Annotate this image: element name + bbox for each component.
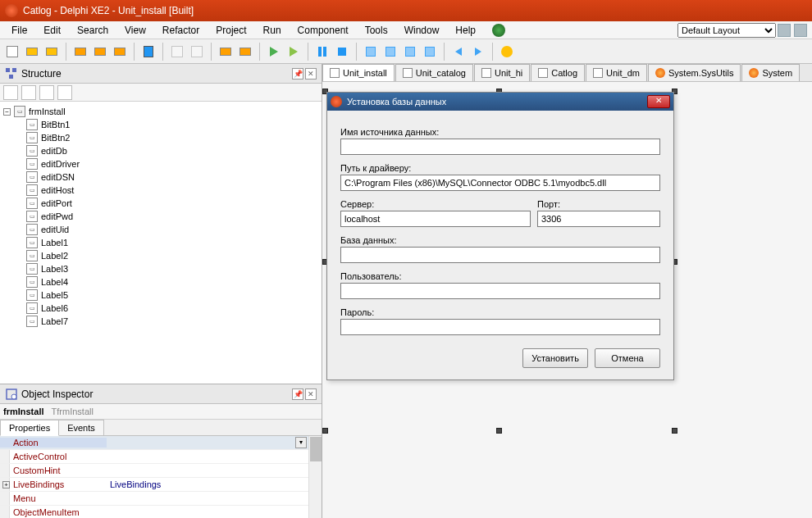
close-button[interactable]: ✕ [305,388,317,400]
pause-button[interactable] [313,43,331,61]
design-form[interactable]: Установка базы данных ✕ Имя источника да… [326,92,674,380]
tree-node[interactable]: ▭editDb [0,144,322,157]
structure-tree[interactable]: − ▭ frmInstall ▭BitBtn1▭BitBtn2▭editDb▭e… [0,102,322,384]
proj-btn2[interactable] [236,43,254,61]
cancel-button[interactable]: Отмена [595,348,660,368]
globe-icon[interactable] [492,24,505,37]
run-to-cursor-button[interactable] [421,43,439,61]
nav-fwd-button[interactable] [469,43,487,61]
tree-node[interactable]: ▭editUid [0,223,322,236]
proj-btn1[interactable] [217,43,235,61]
collapse-icon[interactable]: − [3,108,11,116]
stop-button[interactable] [333,43,351,61]
struct-btn2[interactable] [21,85,36,100]
editDSN[interactable] [340,139,660,155]
design-surface[interactable]: Установка базы данных ✕ Имя источника да… [322,82,812,518]
folder-btn[interactable] [71,43,89,61]
pin-button[interactable]: 📌 [292,68,303,80]
nav-back-button[interactable] [449,43,468,61]
menu-search[interactable]: Search [69,23,116,38]
layout-select[interactable]: Default Layout [677,23,776,38]
tree-node[interactable]: ▭Label6 [0,302,322,315]
layout-tool-1-icon[interactable] [778,24,791,37]
selection-handle[interactable] [496,428,502,434]
help-button[interactable] [498,43,516,61]
editDriver[interactable] [340,175,660,191]
save-button[interactable] [139,43,157,61]
menu-edit[interactable]: Edit [35,23,69,38]
tree-node[interactable]: ▭editHost [0,184,322,197]
menu-component[interactable]: Component [290,23,357,38]
property-row[interactable]: Menu [0,492,322,506]
menu-tools[interactable]: Tools [357,23,396,38]
property-row[interactable]: ActiveControl [0,450,322,464]
folder-btn3[interactable] [111,43,129,61]
tree-node[interactable]: ▭Label2 [0,249,322,262]
tab-properties[interactable]: Properties [0,420,59,436]
menu-project[interactable]: Project [208,23,254,38]
run-no-debug-button[interactable] [285,43,303,61]
combo-dropdown-icon[interactable]: ▾ [295,437,307,448]
tree-node[interactable]: ▭Label4 [0,275,322,289]
install-button[interactable]: Установить [522,348,588,368]
tree-node[interactable]: ▭Label3 [0,262,322,275]
tree-node[interactable]: ▭Label1 [0,236,322,249]
menu-file[interactable]: File [3,23,35,38]
oi-scrollbar[interactable] [308,436,322,518]
tree-node[interactable]: ▭editDSN [0,170,322,184]
editor-tab[interactable]: System [741,64,800,81]
editor-tab[interactable]: System.SysUtils [648,64,741,81]
layout-tool-2-icon[interactable] [794,24,807,37]
property-row[interactable]: CustomHint [0,464,322,478]
tree-node[interactable]: ▭BitBtn2 [0,131,322,144]
open-button[interactable] [23,43,41,61]
struct-btn4[interactable] [57,85,72,100]
selection-handle[interactable] [672,428,677,434]
tree-node[interactable]: ▭Label5 [0,289,322,302]
property-row[interactable]: +LiveBindingsLiveBindings [0,478,322,492]
editHost[interactable] [340,211,531,227]
scrollbar-thumb[interactable] [310,437,322,461]
struct-btn1[interactable] [3,85,18,100]
tree-node[interactable]: ▭editDriver [0,157,322,170]
tree-node[interactable]: ▭editPwd [0,210,322,223]
step-over-button[interactable] [381,43,399,61]
menu-run[interactable]: Run [255,23,290,38]
step-out-button[interactable] [401,43,419,61]
editor-tab[interactable]: Unit_install [322,64,395,81]
close-button[interactable]: ✕ [305,68,317,80]
tree-root[interactable]: − ▭ frmInstall [0,105,322,118]
editPort[interactable] [537,211,660,227]
oi-grid[interactable]: » Action▾ActiveControlCustomHint+LiveBin… [0,436,322,518]
editDb[interactable] [340,247,660,263]
tree-node[interactable]: ▭BitBtn1 [0,118,322,131]
property-value[interactable]: LiveBindings [107,479,322,489]
new-button[interactable] [3,43,21,61]
editor-tab[interactable]: Unit_dm [586,64,647,81]
menu-help[interactable]: Help [447,23,484,38]
pin-button[interactable]: 📌 [292,388,303,400]
folder-btn2[interactable] [91,43,109,61]
expand-icon[interactable]: + [2,481,10,488]
editUid[interactable] [340,283,660,299]
run-button[interactable] [265,43,283,61]
step-into-button[interactable] [362,43,380,61]
form-titlebar[interactable]: Установка базы данных ✕ [327,93,673,111]
property-row[interactable]: Action▾ [0,436,322,450]
struct-btn3[interactable] [39,85,54,100]
editor-tab[interactable]: Unit_hi [474,64,530,81]
form-close-button[interactable]: ✕ [647,95,670,108]
oi-object-combo[interactable]: frmInstall TfrmInstall [0,404,322,420]
property-row[interactable]: ObjectMenuItem [0,506,322,518]
menu-view[interactable]: View [116,23,154,38]
tbtn-d1[interactable] [168,43,186,61]
tab-events[interactable]: Events [58,420,104,435]
tbtn-d2[interactable] [188,43,206,61]
menu-refactor[interactable]: Refactor [154,23,208,38]
menu-window[interactable]: Window [396,23,448,38]
editPwd[interactable] [340,319,660,335]
open2-button[interactable] [43,43,61,61]
selection-handle[interactable] [322,428,328,434]
editor-tab[interactable]: Unit_catalog [395,64,473,81]
tree-node[interactable]: ▭Label7 [0,315,322,328]
